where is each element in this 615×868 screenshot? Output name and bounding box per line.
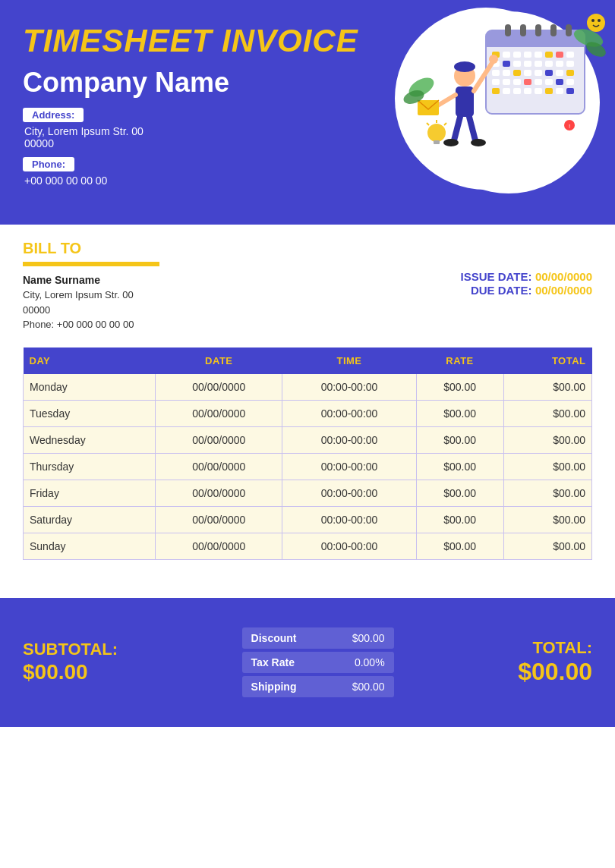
shipping-label: Shipping bbox=[251, 681, 297, 693]
cell-day: Thursday bbox=[24, 453, 156, 480]
shipping-row: Shipping $00.00 bbox=[242, 676, 394, 697]
shipping-value: $00.00 bbox=[352, 681, 385, 693]
svg-point-56 bbox=[443, 139, 459, 146]
svg-text:!: ! bbox=[569, 123, 570, 130]
svg-rect-3 bbox=[486, 40, 585, 47]
due-date-label: DUE DATE: bbox=[471, 284, 532, 297]
svg-rect-4 bbox=[505, 24, 511, 36]
svg-rect-28 bbox=[524, 70, 531, 76]
table-row: Tuesday 00/00/0000 00:00-00:00 $00.00 $0… bbox=[24, 400, 592, 426]
col-header-time: TIME bbox=[282, 348, 416, 374]
cell-date: 00/00/0000 bbox=[156, 533, 282, 559]
cell-rate: $00.00 bbox=[416, 400, 503, 426]
col-header-day: DAY bbox=[24, 348, 156, 374]
total-block: TOTAL: $00.00 bbox=[518, 638, 592, 686]
svg-rect-44 bbox=[524, 88, 531, 94]
svg-rect-31 bbox=[556, 70, 563, 76]
cell-day: Tuesday bbox=[24, 400, 156, 426]
svg-rect-39 bbox=[556, 79, 563, 85]
svg-point-70 bbox=[591, 19, 594, 22]
svg-rect-16 bbox=[566, 52, 574, 58]
svg-rect-35 bbox=[513, 79, 521, 85]
timesheet-table: DAY DATE TIME RATE TOTAL Monday 00/00/00… bbox=[23, 348, 592, 560]
col-header-total: TOTAL bbox=[503, 348, 591, 374]
table-row: Friday 00/00/0000 00:00-00:00 $00.00 $00… bbox=[24, 480, 592, 506]
svg-rect-10 bbox=[503, 52, 510, 58]
cell-total: $00.00 bbox=[503, 506, 591, 533]
tax-label: Tax Rate bbox=[251, 656, 295, 668]
cell-time: 00:00-00:00 bbox=[282, 374, 416, 401]
cell-total: $00.00 bbox=[503, 453, 591, 480]
cell-total: $00.00 bbox=[503, 400, 591, 426]
svg-rect-36 bbox=[524, 79, 531, 85]
svg-rect-51 bbox=[456, 86, 474, 117]
svg-rect-24 bbox=[566, 61, 574, 67]
svg-rect-47 bbox=[556, 88, 563, 94]
cell-day: Wednesday bbox=[24, 426, 156, 453]
bill-to-bar bbox=[23, 262, 159, 266]
svg-point-50 bbox=[454, 61, 475, 72]
timesheet-table-section: DAY DATE TIME RATE TOTAL Monday 00/00/00… bbox=[0, 340, 615, 568]
address-label: Address: bbox=[23, 108, 84, 122]
due-date-row: DUE DATE: 00/00/0000 bbox=[461, 284, 592, 297]
bill-to-section: BILL TO Name Surname City, Lorem Ipsum S… bbox=[0, 225, 615, 340]
svg-rect-34 bbox=[503, 79, 510, 85]
svg-rect-61 bbox=[434, 140, 440, 144]
discount-label: Discount bbox=[251, 632, 297, 644]
cell-time: 00:00-00:00 bbox=[282, 453, 416, 480]
cell-total: $00.00 bbox=[503, 426, 591, 453]
cell-rate: $00.00 bbox=[416, 453, 503, 480]
svg-point-69 bbox=[587, 14, 605, 32]
svg-rect-25 bbox=[492, 70, 500, 76]
cell-day: Friday bbox=[24, 480, 156, 506]
svg-rect-38 bbox=[545, 79, 553, 85]
table-row: Sunday 00/00/0000 00:00-00:00 $00.00 $00… bbox=[24, 533, 592, 559]
svg-rect-45 bbox=[535, 88, 542, 94]
total-label: TOTAL: bbox=[518, 638, 592, 658]
svg-rect-37 bbox=[535, 79, 542, 85]
bill-to-title: BILL TO bbox=[23, 240, 159, 257]
cell-time: 00:00-00:00 bbox=[282, 426, 416, 453]
svg-rect-41 bbox=[492, 88, 500, 94]
cell-date: 00/00/0000 bbox=[156, 374, 282, 401]
svg-point-60 bbox=[427, 124, 446, 142]
cell-day: Sunday bbox=[24, 533, 156, 559]
bill-to-right: ISSUE DATE: 00/00/0000 DUE DATE: 00/00/0… bbox=[461, 240, 592, 297]
subtotal-block: SUBTOTAL: $00.00 bbox=[23, 640, 118, 684]
svg-rect-14 bbox=[545, 52, 553, 58]
cell-date: 00/00/0000 bbox=[156, 453, 282, 480]
cell-day: Monday bbox=[24, 374, 156, 401]
svg-rect-30 bbox=[545, 70, 553, 76]
bill-to-left: BILL TO Name Surname City, Lorem Ipsum S… bbox=[23, 240, 159, 332]
cell-time: 00:00-00:00 bbox=[282, 480, 416, 506]
discount-value: $00.00 bbox=[352, 632, 385, 644]
cell-date: 00/00/0000 bbox=[156, 480, 282, 506]
svg-rect-15 bbox=[556, 52, 563, 58]
svg-rect-18 bbox=[503, 61, 510, 67]
svg-rect-11 bbox=[513, 52, 521, 58]
cell-date: 00/00/0000 bbox=[156, 400, 282, 426]
svg-rect-46 bbox=[545, 88, 553, 94]
svg-rect-26 bbox=[503, 70, 510, 76]
cell-time: 00:00-00:00 bbox=[282, 400, 416, 426]
svg-rect-32 bbox=[566, 70, 574, 76]
cell-rate: $00.00 bbox=[416, 506, 503, 533]
cell-total: $00.00 bbox=[503, 480, 591, 506]
cell-day: Saturday bbox=[24, 506, 156, 533]
issue-date-row: ISSUE DATE: 00/00/0000 bbox=[461, 270, 592, 284]
cell-total: $00.00 bbox=[503, 533, 591, 559]
discount-row: Discount $00.00 bbox=[242, 627, 394, 649]
svg-rect-20 bbox=[524, 61, 531, 67]
col-header-rate: RATE bbox=[416, 348, 503, 374]
svg-rect-21 bbox=[535, 61, 542, 67]
svg-rect-5 bbox=[520, 24, 526, 36]
svg-rect-22 bbox=[545, 61, 553, 67]
calendar-illustration: ! bbox=[364, 0, 607, 197]
cell-date: 00/00/0000 bbox=[156, 426, 282, 453]
footer-section: SUBTOTAL: $00.00 Discount $00.00 Tax Rat… bbox=[0, 598, 615, 727]
table-row: Monday 00/00/0000 00:00-00:00 $00.00 $00… bbox=[24, 374, 592, 401]
table-row: Wednesday 00/00/0000 00:00-00:00 $00.00 … bbox=[24, 426, 592, 453]
svg-rect-48 bbox=[566, 88, 574, 94]
total-value: $00.00 bbox=[518, 658, 592, 686]
svg-rect-7 bbox=[550, 24, 557, 36]
